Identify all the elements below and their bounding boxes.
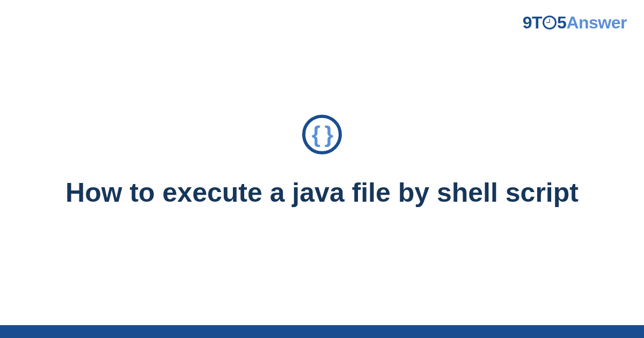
logo-nine: 9 <box>523 13 532 32</box>
main-content: { } How to execute a java file by shell … <box>0 115 644 210</box>
page-title: How to execute a java file by shell scri… <box>0 176 644 210</box>
logo-five: 5 <box>557 13 566 32</box>
site-logo: 9T5Answer <box>523 13 627 33</box>
code-braces-icon: { } <box>302 115 342 155</box>
logo-t: T <box>532 13 542 32</box>
clock-icon <box>543 16 557 30</box>
braces-glyph: { } <box>312 123 332 146</box>
footer-bar <box>0 325 644 338</box>
logo-answer: Answer <box>566 13 627 32</box>
